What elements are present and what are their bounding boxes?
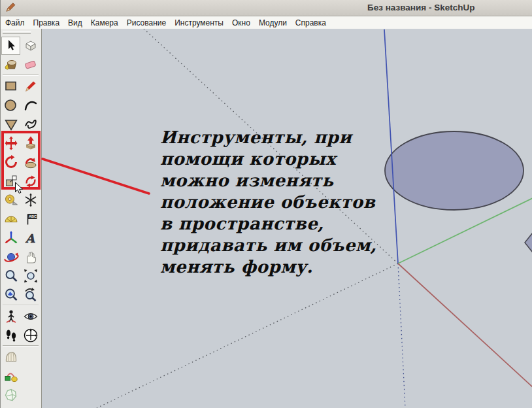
menu-item-file[interactable]: Файл xyxy=(5,18,25,27)
scale-tool-button[interactable] xyxy=(1,172,20,190)
select-icon xyxy=(3,38,19,54)
tape-measure-tool-button[interactable] xyxy=(1,191,20,209)
scale-icon xyxy=(3,173,19,189)
dimension-icon xyxy=(23,192,39,208)
polygon-icon xyxy=(3,116,19,132)
section-plane-icon xyxy=(23,328,39,343)
orbit-tool-button[interactable] xyxy=(1,248,20,266)
toolbar-grip[interactable] xyxy=(3,31,31,34)
walk-tool-button[interactable] xyxy=(1,326,20,345)
follow-me-icon xyxy=(23,154,39,170)
move-icon xyxy=(3,135,19,151)
polygon-tool-button[interactable] xyxy=(1,115,20,133)
menubar: Файл Правка Вид Камера Рисование Инструм… xyxy=(1,16,532,29)
orbit-icon xyxy=(3,249,19,265)
menu-item-draw[interactable]: Рисование xyxy=(127,18,166,27)
tape-measure-icon xyxy=(3,192,19,208)
zoom-tool-button[interactable] xyxy=(1,267,20,285)
make-component-icon xyxy=(23,38,39,54)
look-around-tool-button[interactable] xyxy=(21,307,40,326)
offset-tool-button[interactable] xyxy=(21,172,40,190)
eye-icon xyxy=(23,309,39,324)
move-tool-button[interactable] xyxy=(1,134,20,152)
arc-tool-button[interactable] xyxy=(21,96,40,114)
menu-item-window[interactable]: Окно xyxy=(232,18,250,27)
freehand-icon xyxy=(23,116,39,132)
position-camera-tool-button[interactable] xyxy=(1,307,20,326)
tool-palette: ABC A xyxy=(1,29,42,408)
freehand-tool-button[interactable] xyxy=(21,115,40,133)
toolbar-separator xyxy=(3,75,39,76)
rotate-icon xyxy=(3,154,19,170)
menu-item-tools[interactable]: Инструменты xyxy=(175,18,224,27)
arc-icon xyxy=(23,97,39,113)
rectangle-icon xyxy=(3,78,19,94)
follow-path-tool-button[interactable] xyxy=(1,367,20,385)
follow-me-tool-button[interactable] xyxy=(21,153,40,171)
offset-icon xyxy=(23,173,39,189)
pencil-icon xyxy=(23,78,39,94)
section-plane-tool-button[interactable] xyxy=(21,326,40,345)
protractor-icon xyxy=(3,211,19,227)
3d-text-tool-button[interactable]: A xyxy=(21,229,40,247)
dome-icon xyxy=(3,349,19,365)
toolbar-separator xyxy=(3,305,39,306)
sketchup-logo-icon xyxy=(5,2,16,13)
titlebar[interactable]: Без названия - SketchUp xyxy=(1,0,532,16)
axes-icon xyxy=(3,230,19,246)
menu-item-edit[interactable]: Правка xyxy=(33,18,60,27)
dome-tool-button[interactable] xyxy=(1,348,20,366)
axes-tool-button[interactable] xyxy=(1,229,20,247)
zoom-extents-icon xyxy=(3,287,19,303)
zoom-window-icon xyxy=(23,268,39,284)
paint-bucket-tool-button[interactable] xyxy=(1,56,20,74)
pan-hand-icon xyxy=(23,249,39,265)
circle-icon xyxy=(3,97,19,113)
pan-tool-button[interactable] xyxy=(21,248,40,266)
toolbar-separator xyxy=(3,345,39,347)
eraser-icon xyxy=(23,57,39,73)
annotation-text: Инструменты, при помощи которых можно из… xyxy=(160,127,386,278)
menu-item-camera[interactable]: Камера xyxy=(91,18,118,27)
push-pull-tool-button[interactable] xyxy=(21,134,40,152)
rotate-tool-button[interactable] xyxy=(1,153,20,171)
dimension-tool-button[interactable] xyxy=(21,191,40,209)
svg-text:A: A xyxy=(25,231,35,245)
text-icon: ABC xyxy=(23,211,39,227)
zoom-previous-icon xyxy=(23,287,39,303)
rectangle-tool-button[interactable] xyxy=(1,77,20,95)
footprints-icon xyxy=(3,328,19,343)
select-tool-button[interactable] xyxy=(1,37,20,55)
text-tool-button[interactable]: ABC xyxy=(21,210,40,228)
make-component-tool-button[interactable] xyxy=(21,37,40,55)
paint-bucket-icon xyxy=(3,57,19,73)
protractor-tool-button[interactable] xyxy=(1,210,20,228)
menu-item-plugins[interactable]: Модули xyxy=(259,18,287,27)
sketchup-window: Без названия - SketchUp Файл Правка Вид … xyxy=(0,0,532,408)
push-pull-icon xyxy=(23,135,39,151)
line-tool-button[interactable] xyxy=(21,77,40,95)
eraser-tool-button[interactable] xyxy=(21,56,40,74)
zoom-previous-tool-button[interactable] xyxy=(21,286,40,304)
circle-shape[interactable] xyxy=(385,131,524,210)
zoom-extents-tool-button[interactable] xyxy=(1,286,20,304)
window-title: Без названия - SketchUp xyxy=(367,3,474,12)
polyhedron-tool-button[interactable] xyxy=(1,386,20,404)
menu-item-help[interactable]: Справка xyxy=(295,18,326,27)
follow-path-icon xyxy=(3,368,19,384)
zoom-window-tool-button[interactable] xyxy=(21,267,40,285)
3d-text-icon: A xyxy=(23,230,39,246)
zoom-icon xyxy=(3,268,19,284)
polyhedron-icon xyxy=(3,387,19,403)
svg-text:ABC: ABC xyxy=(29,214,37,218)
circle-tool-button[interactable] xyxy=(1,96,20,114)
position-camera-icon xyxy=(3,309,19,324)
menu-item-view[interactable]: Вид xyxy=(68,18,82,27)
